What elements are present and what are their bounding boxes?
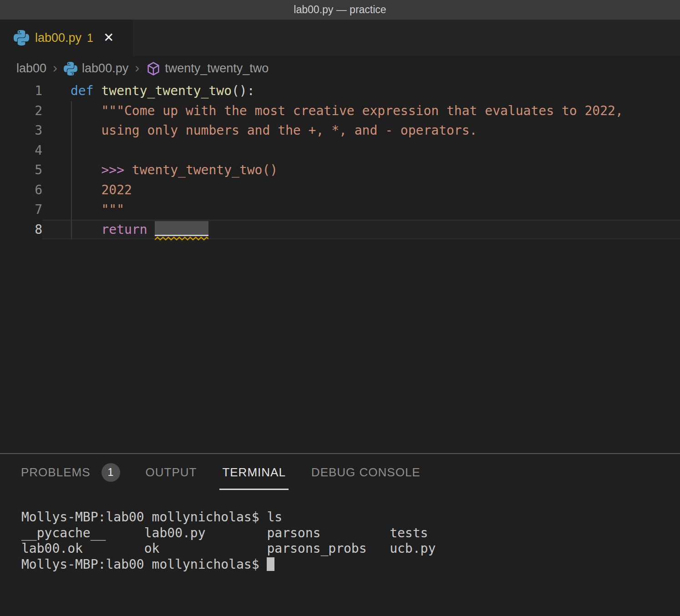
terminal-line: lab00.ok ok parsons_probs ucb.py	[21, 541, 680, 557]
problems-count-badge: 1	[101, 463, 120, 482]
python-icon	[64, 62, 77, 76]
terminal-line: Mollys-MBP:lab00 mollynicholas$	[21, 557, 680, 573]
terminal-cursor	[267, 557, 274, 571]
code-line[interactable]: 2 """Come up with the most creative expr…	[0, 101, 680, 121]
code-text: return	[42, 220, 680, 240]
terminal-output[interactable]: Mollys-MBP:lab00 mollynicholas$ ls__pyca…	[0, 490, 680, 572]
code-line[interactable]: 5 >>> twenty_twenty_two()	[0, 160, 680, 180]
tab-terminal[interactable]: TERMINAL	[222, 454, 285, 490]
chevron-right-icon: ›	[135, 60, 139, 76]
line-number: 4	[0, 141, 42, 161]
breadcrumb-folder[interactable]: lab00	[16, 61, 46, 76]
warning-squiggle	[155, 236, 208, 241]
code-lines: 1def twenty_twenty_two():2 """Come up wi…	[0, 81, 680, 239]
tab-problems[interactable]: PROBLEMS 1	[21, 454, 120, 490]
line-number: 7	[0, 200, 42, 220]
terminal-line: __pycache__ lab00.py parsons tests	[21, 525, 680, 541]
breadcrumb-symbol[interactable]: twenty_twenty_two	[165, 61, 269, 76]
tab-debug-console-label: DEBUG CONSOLE	[311, 465, 421, 480]
code-line[interactable]: 1def twenty_twenty_two():	[0, 81, 680, 101]
line-number: 8	[0, 220, 42, 240]
code-text: """Come up with the most creative expres…	[42, 101, 680, 121]
line-number: 5	[0, 160, 42, 180]
window-title: lab00.py — practice	[294, 4, 386, 16]
tab-problems-label: PROBLEMS	[21, 465, 91, 480]
symbol-cube-icon	[146, 61, 161, 76]
code-line[interactable]: 4	[0, 141, 680, 161]
tab-lab00-py[interactable]: lab00.py 1 ✕	[0, 20, 133, 56]
tab-output-label: OUTPUT	[146, 465, 197, 480]
line-number: 1	[0, 81, 42, 101]
close-icon[interactable]: ✕	[103, 31, 114, 44]
terminal-line: Mollys-MBP:lab00 mollynicholas$ ls	[21, 510, 680, 525]
code-text: 2022	[42, 180, 680, 200]
window-titlebar: lab00.py — practice	[0, 0, 680, 20]
chevron-right-icon: ›	[53, 60, 57, 76]
tab-problem-count: 1	[87, 31, 93, 45]
code-line[interactable]: 6 2022	[0, 180, 680, 200]
bottom-panel: PROBLEMS 1 OUTPUT TERMINAL DEBUG CONSOLE…	[0, 453, 680, 615]
code-text: >>> twenty_twenty_two()	[42, 160, 680, 180]
editor-tab-bar: lab00.py 1 ✕	[0, 20, 680, 56]
code-editor[interactable]: 1def twenty_twenty_two():2 """Come up wi…	[0, 81, 680, 453]
tab-output[interactable]: OUTPUT	[146, 454, 197, 490]
code-text: using only numbers and the +, *, and - o…	[42, 121, 680, 141]
tab-debug-console[interactable]: DEBUG CONSOLE	[311, 454, 421, 490]
code-line[interactable]: 7 """	[0, 200, 680, 220]
tab-terminal-label: TERMINAL	[222, 465, 285, 480]
selection-highlight	[155, 221, 208, 236]
tab-filename: lab00.py	[35, 31, 81, 45]
indent-guide	[71, 101, 72, 239]
code-text	[42, 141, 680, 161]
code-text: def twenty_twenty_two():	[42, 81, 680, 101]
python-icon	[14, 30, 29, 45]
line-number: 6	[0, 180, 42, 200]
code-line[interactable]: 3 using only numbers and the +, *, and -…	[0, 121, 680, 141]
code-text: """	[42, 200, 680, 220]
line-number: 2	[0, 101, 42, 121]
panel-tab-bar: PROBLEMS 1 OUTPUT TERMINAL DEBUG CONSOLE	[0, 454, 680, 490]
line-number: 3	[0, 121, 42, 141]
code-line[interactable]: 8 return	[0, 220, 680, 240]
breadcrumb-file[interactable]: lab00.py	[82, 61, 128, 76]
breadcrumb: lab00 › lab00.py › twenty_twenty_two	[0, 56, 680, 81]
